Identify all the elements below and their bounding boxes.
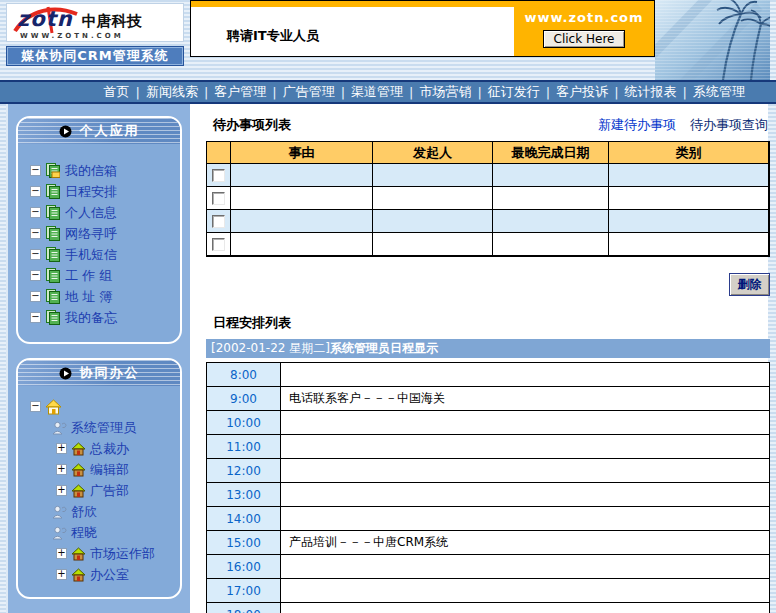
delete-button[interactable]: 删除: [729, 273, 770, 296]
tree-item-label[interactable]: 系统管理员: [71, 419, 136, 437]
event-cell[interactable]: [281, 603, 769, 613]
sidebar-item[interactable]: − 日程安排: [30, 181, 176, 202]
tree-item-label[interactable]: 编辑部: [90, 461, 129, 479]
click-here-button[interactable]: Click Here: [543, 30, 626, 48]
schedule-date: [2002-01-22 星期二]: [211, 341, 330, 355]
sidebar-item-label[interactable]: 我的备忘: [65, 309, 117, 327]
event-cell[interactable]: [281, 435, 769, 459]
tree-item[interactable]: − +: [18, 459, 178, 480]
nav-item[interactable]: 客户投诉: [551, 83, 613, 101]
event-cell[interactable]: [281, 579, 769, 603]
tree-item[interactable]: − +: [18, 480, 178, 501]
nav-item[interactable]: 系统管理: [688, 83, 750, 101]
sidebar-item[interactable]: − 手机短信: [30, 244, 176, 265]
event-cell[interactable]: 产品培训－－－中唐CRM系统: [281, 531, 769, 555]
sidebar-item-label[interactable]: 我的信箱: [65, 162, 117, 180]
tree-item-label[interactable]: 总裁办: [90, 440, 129, 458]
personal-info-icon: [46, 205, 60, 220]
sidebar-item-label[interactable]: 工 作 组: [65, 267, 112, 285]
sidebar-item[interactable]: − 工 作 组: [30, 265, 176, 286]
event-cell[interactable]: [281, 507, 769, 531]
event-cell[interactable]: [281, 555, 769, 579]
time-cell: 16:00: [207, 555, 281, 579]
todo-table-header: 事由 发起人 最晚完成日期 类别: [207, 142, 769, 164]
nav-item[interactable]: 渠道管理: [346, 83, 408, 101]
row-checkbox[interactable]: [212, 215, 225, 228]
tree-item[interactable]: − +: [18, 564, 178, 585]
schedule-title: 日程安排列表: [213, 314, 768, 332]
mailbox-icon: [46, 163, 60, 178]
new-todo-link[interactable]: 新建待办事项: [598, 116, 676, 134]
sidebar-item[interactable]: − 我的备忘: [30, 307, 176, 328]
sidebar-item-label[interactable]: 个人信息: [65, 204, 117, 222]
row-checkbox[interactable]: [212, 238, 225, 251]
cell-deadline: [493, 210, 609, 233]
play-bullet-icon: [59, 367, 72, 380]
tree-item[interactable]: − +: [18, 438, 178, 459]
collapse-icon[interactable]: −: [30, 228, 41, 239]
workgroup-icon: [46, 268, 60, 283]
tree-item[interactable]: − +: [18, 543, 178, 564]
nav-item[interactable]: 广告管理: [278, 83, 340, 101]
sidebar-item[interactable]: − 网络寻呼: [30, 223, 176, 244]
tree-item-label[interactable]: 程晓: [71, 524, 97, 542]
tree-item-label[interactable]: 市场运作部: [90, 545, 155, 563]
event-cell[interactable]: 电话联系客户－－－中国海关: [281, 387, 769, 411]
tree-item[interactable]: − +: [18, 396, 178, 417]
address-book-icon: [46, 289, 60, 304]
sidebar-item[interactable]: − 个人信息: [30, 202, 176, 223]
nav-item[interactable]: 客户管理: [209, 83, 271, 101]
sidebar-item-label[interactable]: 网络寻呼: [65, 225, 117, 243]
event-cell[interactable]: [281, 363, 769, 387]
schedule-row: 18:00: [207, 603, 769, 613]
collapse-icon[interactable]: −: [30, 207, 41, 218]
tree-item-label[interactable]: 舒欣: [71, 503, 97, 521]
expand-icon[interactable]: +: [56, 569, 67, 580]
row-checkbox[interactable]: [212, 169, 225, 182]
tree-item-label[interactable]: 广告部: [90, 482, 129, 500]
tree-item[interactable]: − +: [18, 417, 178, 438]
cell-category: [609, 187, 769, 210]
collapse-icon[interactable]: −: [30, 291, 41, 302]
event-cell[interactable]: [281, 459, 769, 483]
expand-icon[interactable]: +: [56, 548, 67, 559]
tree-item-label[interactable]: 办公室: [90, 566, 129, 584]
collapse-icon[interactable]: −: [30, 312, 41, 323]
sms-icon: [46, 247, 60, 262]
query-todo-link[interactable]: 待办事项查询: [690, 116, 768, 134]
nav-item[interactable]: 征订发行: [483, 83, 545, 101]
tree-item[interactable]: − +: [18, 501, 178, 522]
personal-apps-panel: 个人应用 −: [16, 116, 182, 344]
collapse-icon[interactable]: −: [30, 165, 41, 176]
play-bullet-icon: [59, 125, 72, 138]
event-cell[interactable]: [281, 483, 769, 507]
sidebar-item-label[interactable]: 手机短信: [65, 246, 117, 264]
logo: zotn 中唐科技 WWW.ZOTN.COM: [6, 3, 184, 42]
expand-icon[interactable]: +: [56, 443, 67, 454]
tree-item[interactable]: − +: [18, 522, 178, 543]
collapse-icon[interactable]: −: [30, 401, 41, 412]
sidebar-item-label[interactable]: 日程安排: [65, 183, 117, 201]
sidebar-item-label[interactable]: 地 址 簿: [65, 288, 112, 306]
todo-row: [207, 164, 769, 187]
nav-item[interactable]: 首页: [98, 83, 134, 101]
expand-icon[interactable]: +: [56, 485, 67, 496]
todo-row: [207, 233, 769, 256]
brand-name-cn: 中唐科技: [82, 12, 142, 31]
sidebar-item[interactable]: − 地 址 簿: [30, 286, 176, 307]
ad-banner[interactable]: 聘请IT专业人员 www.zotn.com Click Here: [190, 0, 655, 57]
expand-icon[interactable]: +: [56, 464, 67, 475]
page-header: zotn 中唐科技 WWW.ZOTN.COM 媒体协同CRM管理系统 聘请IT专…: [0, 0, 776, 80]
nav-item[interactable]: 新闻线索: [141, 83, 203, 101]
event-cell[interactable]: [281, 411, 769, 435]
sidebar-item[interactable]: − 我的信箱: [30, 160, 176, 181]
cell-deadline: [493, 187, 609, 210]
nav-item[interactable]: 统计报表: [620, 83, 682, 101]
collapse-icon[interactable]: −: [30, 186, 41, 197]
collapse-icon[interactable]: −: [30, 270, 41, 281]
nav-item[interactable]: 市场营销: [414, 83, 476, 101]
schedule-row: 11:00: [207, 435, 769, 459]
collapse-icon[interactable]: −: [30, 249, 41, 260]
row-checkbox[interactable]: [212, 192, 225, 205]
time-cell: 9:00: [207, 387, 281, 411]
